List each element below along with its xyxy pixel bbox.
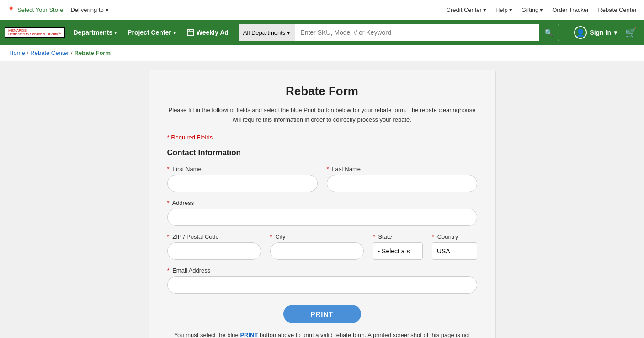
state-group: * State - Select a state - Alabama Alask… <box>373 233 423 260</box>
location-row: * ZIP / Postal Code * City * State <box>167 233 477 260</box>
email-input[interactable] <box>167 276 477 294</box>
zip-group: * ZIP / Postal Code <box>167 233 261 260</box>
print-note-highlight: PRINT <box>240 332 258 338</box>
search-department-select[interactable]: All Departments ▾ <box>239 24 295 41</box>
pin-icon: 📍 <box>7 6 15 13</box>
last-name-input[interactable] <box>327 175 477 192</box>
gifting-label: Gifting <box>522 6 539 13</box>
search-wrapper: All Departments ▾ 🔍 <box>239 24 559 41</box>
city-required: * <box>270 233 272 240</box>
email-label: * Email Address <box>167 267 477 274</box>
search-input-wrapper <box>295 24 539 41</box>
departments-chevron: ▾ <box>114 30 117 35</box>
nav-right: 👤 Sign In ▾ 🛒 <box>570 23 639 42</box>
breadcrumb-home[interactable]: Home <box>9 49 25 56</box>
project-center-label: Project Center <box>128 29 171 36</box>
email-required: * <box>167 267 170 274</box>
breadcrumb-sep-2: / <box>71 49 73 56</box>
first-name-label: * First Name <box>167 166 318 172</box>
svg-rect-0 <box>187 29 194 36</box>
breadcrumb-rebate-center[interactable]: Rebate Center <box>30 49 69 56</box>
address-input[interactable] <box>167 209 477 226</box>
address-label: * Address <box>167 199 477 206</box>
country-required: * <box>432 233 434 240</box>
city-group: * City <box>270 233 364 260</box>
weekly-ad-icon <box>186 28 195 37</box>
form-title: Rebate Form <box>167 84 477 98</box>
print-button[interactable]: PRINT <box>283 305 361 323</box>
country-label: * Country <box>432 233 477 240</box>
departments-label: Departments <box>74 29 113 36</box>
required-note: * Required Fields <box>167 134 477 141</box>
search-dept-label: All Departments <box>243 29 285 36</box>
sign-in-chevron: ▾ <box>614 29 617 36</box>
delivering-to[interactable]: Delivering to ▾ <box>70 6 108 13</box>
utility-left: 📍 Select Your Store Delivering to ▾ <box>7 6 109 13</box>
weekly-ad-nav[interactable]: Weekly Ad <box>182 26 233 39</box>
cart-icon[interactable]: 🛒 <box>623 24 639 41</box>
address-row: * Address <box>167 199 477 226</box>
email-row: * Email Address <box>167 267 477 294</box>
breadcrumb-current: Rebate Form <box>75 49 111 56</box>
account-icon: 👤 <box>574 26 587 39</box>
utility-bar: 📍 Select Your Store Delivering to ▾ Cred… <box>0 0 644 20</box>
last-name-label: * Last Name <box>327 166 477 172</box>
main-content: Rebate Form Please fill in the following… <box>0 61 644 338</box>
search-dept-chevron: ▾ <box>287 29 290 36</box>
main-nav: MENARDS Dedicated to Service & Quality™ … <box>0 20 644 45</box>
logo-tagline: Dedicated to Service & Quality™ <box>8 32 62 36</box>
zip-label: * ZIP / Postal Code <box>167 233 261 240</box>
utility-nav: Credit Center ▾ Help ▾ Gifting ▾ Order T… <box>447 6 637 13</box>
zip-input[interactable] <box>167 242 261 260</box>
state-select[interactable]: - Select a state - Alabama Alaska Arizon… <box>373 242 423 260</box>
order-tracker-link[interactable]: Order Tracker <box>552 6 589 13</box>
rebate-center-label: Rebate Center <box>598 6 637 13</box>
state-select-wrapper: - Select a state - Alabama Alaska Arizon… <box>373 242 423 260</box>
credit-center-link[interactable]: Credit Center ▾ <box>447 6 486 13</box>
help-link[interactable]: Help ▾ <box>495 6 512 13</box>
sign-in-button[interactable]: 👤 Sign In ▾ <box>570 23 621 42</box>
search-button[interactable]: 🔍 <box>539 24 559 41</box>
order-tracker-label: Order Tracker <box>552 6 589 13</box>
breadcrumb-sep-1: / <box>27 49 29 56</box>
sign-in-label: Sign In <box>590 29 611 36</box>
first-name-input[interactable] <box>167 175 318 192</box>
delivering-chevron: ▾ <box>106 6 109 13</box>
weekly-ad-label: Weekly Ad <box>197 29 229 36</box>
search-input[interactable] <box>295 24 539 41</box>
search-icon: 🔍 <box>544 28 554 37</box>
store-selector-label: Select Your Store <box>17 6 63 13</box>
zip-required: * <box>167 233 170 240</box>
form-description: Please fill in the following fields and … <box>167 106 477 125</box>
help-label: Help <box>495 6 508 13</box>
gifting-chevron: ▾ <box>540 6 543 13</box>
store-selector[interactable]: 📍 Select Your Store <box>7 6 63 13</box>
first-name-required: * <box>167 166 170 172</box>
email-group: * Email Address <box>167 267 477 294</box>
project-center-chevron: ▾ <box>173 30 176 35</box>
print-note: You must select the blue PRINT button ab… <box>167 331 477 338</box>
address-required: * <box>167 199 170 206</box>
gifting-link[interactable]: Gifting ▾ <box>522 6 543 13</box>
name-row: * First Name * Last Name <box>167 166 477 192</box>
project-center-nav[interactable]: Project Center ▾ <box>123 26 180 39</box>
city-label: * City <box>270 233 364 240</box>
logo-area: MENARDS Dedicated to Service & Quality™ <box>5 27 65 38</box>
search-container: All Departments ▾ 🔍 <box>239 24 559 41</box>
last-name-required: * <box>327 166 329 172</box>
logo: MENARDS Dedicated to Service & Quality™ <box>5 27 65 38</box>
first-name-group: * First Name <box>167 166 318 192</box>
departments-nav[interactable]: Departments ▾ <box>69 26 122 39</box>
delivering-to-label: Delivering to <box>70 6 103 13</box>
credit-center-label: Credit Center <box>447 6 482 13</box>
address-group: * Address <box>167 199 477 226</box>
rebate-center-link[interactable]: Rebate Center <box>598 6 637 13</box>
country-group: * Country USA Canada <box>432 233 477 260</box>
state-label: * State <box>373 233 423 240</box>
state-required: * <box>373 233 375 240</box>
form-card: Rebate Form Please fill in the following… <box>149 70 496 338</box>
city-input[interactable] <box>270 242 364 260</box>
contact-section-title: Contact Information <box>167 148 477 157</box>
country-select[interactable]: USA Canada <box>432 242 477 260</box>
credit-center-chevron: ▾ <box>483 6 486 13</box>
